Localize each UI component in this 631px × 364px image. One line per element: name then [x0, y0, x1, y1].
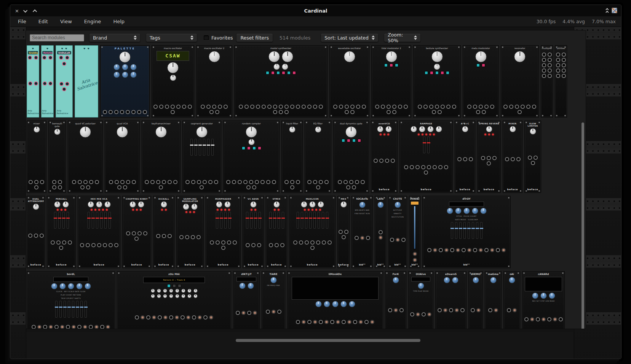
chevron-up-icon[interactable] — [33, 8, 36, 14]
module-card-stmix[interactable]: STMIXbefaco — [266, 196, 287, 268]
sort-dropdown[interactable]: Sort: Last updated — [321, 34, 378, 42]
menu-engine[interactable]: Engine — [80, 17, 106, 26]
module-card-blank[interactable]: ♥♥Aria Salvatrice — [75, 45, 98, 118]
menu-file[interactable]: File — [13, 17, 31, 26]
module-card-palette[interactable]: PALETTE — [100, 45, 150, 118]
button-chip — [384, 64, 388, 67]
module-card-mixer[interactable]: MIXERbefaco — [503, 121, 522, 193]
module-card-dilemo[interactable]: dilEMObId°° — [468, 271, 483, 329]
module-card-tocante[interactable]: tOCAnTeBPH BEATS BARFINE RESET RUNbId°° — [351, 196, 373, 268]
module-row — [431, 51, 443, 62]
screw-icon — [366, 190, 368, 192]
module-card-sampling-modulator[interactable]: SAMPLING MODULATORbefaco — [176, 196, 204, 268]
module-card-wavetable-oscillator[interactable]: wavetable oscillator — [329, 45, 369, 118]
module-card-edsaros[interactable]: eDsaroSbId°° — [435, 271, 466, 329]
menu-edit[interactable]: Edit — [34, 17, 53, 26]
module-card-keyframer-mixer[interactable]: keyframer/mixer — [142, 121, 181, 193]
module-card-dikt-t[interactable]: dIKT@TbId°° — [233, 271, 260, 329]
tags-dropdown-label: Tags — [150, 35, 160, 41]
module-card-liquid-filter[interactable]: liquid filter — [281, 121, 303, 193]
module-card-percall[interactable]: PERCALLbefaco — [47, 196, 76, 268]
module-card-grabby[interactable]: ♥GrabbyAria Salvatrice — [27, 45, 39, 118]
led-icon — [228, 209, 230, 211]
module-name-label: wavetable oscillator — [338, 47, 361, 50]
port-jack — [556, 68, 560, 73]
knob — [434, 64, 440, 70]
module-card-hex-mix-vca[interactable]: HEX MIX VCAbefaco — [78, 196, 120, 268]
vertical-scrollbar[interactable] — [581, 122, 584, 329]
close-icon[interactable]: × — [15, 8, 19, 14]
module-card-minibar[interactable]: MINIBARbId°° — [409, 196, 420, 268]
screw-icon — [63, 190, 65, 192]
module-card-segment-generator[interactable]: segment generator — [182, 121, 221, 193]
module-card-meta-modulator[interactable]: meta modulator — [463, 45, 499, 118]
window-icon[interactable] — [612, 8, 617, 13]
module-card-mex[interactable]: MEXbefaco — [337, 196, 350, 268]
port-jack — [236, 311, 240, 315]
module-card-undular[interactable]: ♥♥UnDuLaRAria Salvatrice — [56, 45, 73, 118]
module-card-rampage[interactable]: RAMPAGEbefaco — [399, 121, 453, 193]
port-grid — [269, 243, 284, 247]
favorites-checkbox[interactable] — [204, 35, 209, 40]
module-card-bernoulli-gate[interactable]: bernoulli gate — [48, 121, 66, 193]
zoom-dropdown[interactable]: Zoom: 50% — [384, 34, 420, 42]
tags-dropdown[interactable]: Tags — [146, 34, 197, 42]
module-row — [514, 51, 526, 62]
module-card-vc-adsr[interactable]: VC ADSRbefaco — [243, 196, 264, 268]
port-jack — [366, 236, 370, 240]
module-card-a-b-c[interactable]: A*B+Cbefaco — [455, 121, 475, 193]
module-card-dual-attenuverter[interactable]: DUAL ATTENUVERTERbefaco — [27, 196, 45, 268]
module-card-rotatoes[interactable]: ♥RotatoesAria Salvatrice — [41, 45, 54, 118]
module-card-spring-reverb[interactable]: SPRING REVERBbefaco — [477, 121, 501, 193]
brand-dropdown[interactable]: Brand — [89, 34, 140, 42]
module-card-zo-ma[interactable]: zOù MAïPattern 0 : Track 0bId°° — [117, 271, 231, 329]
menu-help[interactable]: Help — [109, 17, 129, 26]
port-jack — [418, 105, 422, 109]
module-card-evenvco[interactable]: evenVCObefaco — [371, 121, 398, 193]
module-card-bordl[interactable]: bordLCLOCK · KEY SCALE GATE SLIDEPLAY CO… — [27, 271, 115, 329]
button-chip — [247, 146, 251, 150]
reset-filters-button[interactable]: Reset filters — [236, 34, 272, 42]
module-card-muxlicer[interactable]: MUXLICERbefaco — [289, 196, 335, 268]
module-card-canard[interactable]: cANARdREC G/T STRT LEN READbId°° — [522, 271, 565, 329]
module-card-resonator[interactable]: resonator — [501, 45, 539, 118]
module-card-quad-vc-polarizer[interactable]: quad VC-polarizer — [68, 121, 103, 193]
module-card-macro-oscillator-2[interactable]: macro oscillator 2 — [196, 45, 232, 118]
double-chevron-up-icon[interactable] — [605, 8, 608, 13]
module-card-magma[interactable]: maGmabId°° — [485, 271, 502, 329]
module-card-quad-vca[interactable]: quad VCA — [105, 121, 140, 193]
module-card-tiare[interactable]: TiAREFM FREQ FINEbId°° — [262, 271, 285, 329]
module-card-utilities[interactable]: utilities — [555, 45, 567, 118]
horizontal-scrollbar[interactable] — [236, 339, 420, 342]
module-card-random-sampler[interactable]: random sampler — [223, 121, 280, 193]
search-input[interactable] — [30, 34, 84, 41]
module-card-kickall[interactable]: KICKALLbefaco — [153, 196, 174, 268]
port-jack — [232, 180, 236, 184]
module-row — [42, 56, 53, 60]
module-card-slew-limiter[interactable]: SLEW LIMITERbefaco — [524, 121, 541, 193]
module-card-modal-synthesizer[interactable]: modal synthesizer — [234, 45, 327, 118]
knob — [33, 203, 39, 210]
port-jack — [313, 105, 317, 109]
module-card-chopping-kinky[interactable]: CHOPPING KINKYbefaco — [122, 196, 151, 268]
menu-view[interactable]: View — [56, 17, 77, 26]
module-card-tidal-modulator-2[interactable]: tidal modulator 2 — [371, 45, 411, 118]
module-card-mixer[interactable]: mixer — [27, 121, 46, 193]
module-card-eq-filter[interactable]: EQ filter — [305, 121, 331, 193]
module-card-late[interactable]: LATebId°° — [375, 196, 386, 268]
module-card-ouaive[interactable]: OUAIveTYPE PLAY MODEbId°° — [408, 271, 433, 329]
module-card-macro-oscillator[interactable]: macro oscillatorCSAW — [152, 45, 194, 118]
module-card-limonade[interactable]: liMonADebId°° — [287, 271, 383, 329]
module-card-dual-dynamics-gate[interactable]: dual dynamics gate — [333, 121, 369, 193]
chevron-down-icon[interactable] — [24, 8, 27, 14]
module-card-morphader[interactable]: MORPHADERbefaco — [206, 196, 241, 268]
module-card-chute[interactable]: ChUTEALTITUDEGRAVITYRESTITUTIONbId°° — [388, 196, 407, 268]
module-card-multiples[interactable]: multiples — [541, 45, 553, 118]
panel-label: TRSP CPY/PST SHIFTS — [61, 297, 81, 300]
module-card-fork[interactable]: ForKbId°° — [385, 271, 406, 329]
module-card-dtroy[interactable]: dTrOYPITCH · PULSE COUNTGATE MODE · SLID… — [422, 196, 511, 268]
module-card-texture-synthesizer[interactable]: texture synthesizer — [413, 45, 461, 118]
port-jack — [260, 180, 265, 184]
module-card-oa[interactable]: oAïbId°° — [503, 271, 520, 329]
updown-arrows-icon — [190, 35, 193, 40]
